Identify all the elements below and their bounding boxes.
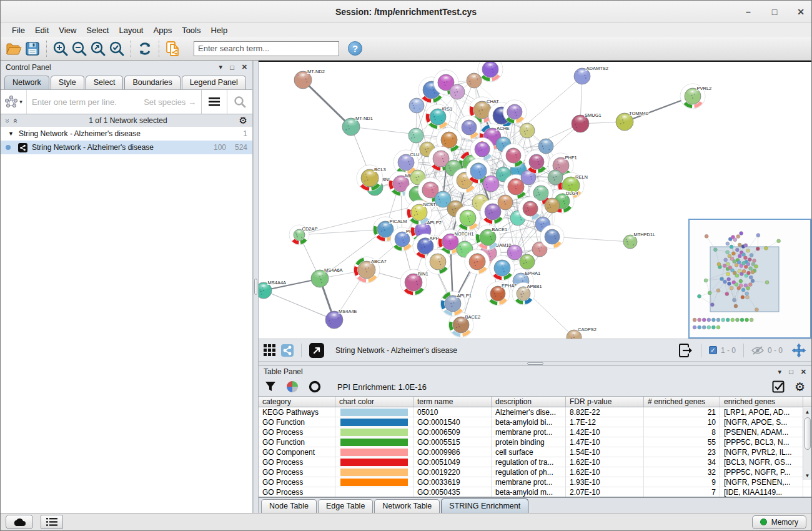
tab-legend-panel[interactable]: Legend Panel: [182, 76, 246, 89]
refresh-icon[interactable]: [136, 39, 154, 58]
network-node[interactable]: [507, 245, 522, 260]
table-row[interactable]: GO ComponentGO:0009986cell surface1.54E-…: [259, 447, 811, 457]
network-view[interactable]: MT-ND2MT-ND1VSNL1GAB2IRS1CHATBCHEACHEAPO…: [259, 61, 811, 339]
zoom-fit-icon[interactable]: [89, 39, 107, 58]
network-node[interactable]: [538, 139, 553, 154]
minimize-button[interactable]: –: [743, 7, 754, 17]
tab-edge-table[interactable]: Edge Table: [318, 499, 373, 513]
network-node[interactable]: [408, 128, 423, 143]
column-header-0[interactable]: category: [259, 397, 335, 407]
tab-boundaries[interactable]: Boundaries: [124, 76, 180, 89]
panel-float-icon[interactable]: □: [230, 64, 234, 71]
string-logo-icon[interactable]: ▾: [1, 90, 27, 114]
menu-help[interactable]: Help: [206, 24, 233, 36]
maximize-button[interactable]: □: [769, 7, 780, 17]
network-collection-row[interactable]: ▼ String Network - Alzheimer's disease 1: [1, 127, 252, 141]
network-node[interactable]: [409, 98, 424, 113]
tab-network-table[interactable]: Network Table: [374, 499, 440, 513]
share-view-icon[interactable]: [281, 344, 294, 357]
menu-view[interactable]: View: [54, 24, 81, 36]
export-network-icon[interactable]: [677, 343, 693, 358]
scroll-up-icon[interactable]: ▲: [805, 408, 810, 416]
column-header-4[interactable]: FDR p-value: [566, 397, 644, 407]
network-node-mthfd1l[interactable]: MTHFD1L: [623, 232, 655, 249]
network-node[interactable]: [545, 198, 560, 213]
close-button[interactable]: ✕: [795, 7, 806, 17]
species-hint[interactable]: Set species →: [144, 97, 196, 107]
network-node[interactable]: [518, 197, 542, 221]
string-options-icon[interactable]: [202, 90, 227, 114]
zoom-out-icon[interactable]: [70, 39, 89, 58]
column-header-1[interactable]: chart color: [335, 397, 413, 407]
column-header-5[interactable]: # enriched genes: [644, 397, 720, 407]
network-gear-icon[interactable]: ⚙: [239, 115, 247, 126]
string-term-input[interactable]: Enter one term per line. Set species →: [27, 97, 201, 107]
network-node-mt-nd2[interactable]: MT-ND2: [294, 69, 325, 89]
memory-button[interactable]: Memory: [752, 515, 806, 529]
network-node[interactable]: [490, 256, 515, 280]
open-in-new-icon[interactable]: [309, 343, 324, 358]
network-node-irs1[interactable]: IRS1: [425, 104, 452, 129]
network-node[interactable]: [503, 100, 527, 124]
network-node[interactable]: [450, 84, 465, 99]
pan-tool-icon[interactable]: [791, 343, 806, 358]
tab-node-table[interactable]: Node Table: [261, 499, 317, 513]
table-row[interactable]: GO ProcessGO:0006509membrane prot...1.42…: [259, 427, 811, 437]
task-list-button[interactable]: [41, 515, 63, 529]
filter-icon[interactable]: [265, 381, 276, 392]
table-row[interactable]: GO ProcessGO:0033619membrane prot...1.93…: [259, 477, 811, 487]
network-node-cadps2[interactable]: CADPS2: [567, 327, 597, 339]
panel-menu-icon[interactable]: ▾: [778, 368, 782, 376]
tab-string-enrichment[interactable]: STRING Enrichment: [441, 499, 528, 513]
network-node[interactable]: [540, 225, 564, 249]
ring-chart-icon[interactable]: [309, 380, 321, 393]
expand-all-icon[interactable]: »: [10, 118, 19, 122]
menu-apps[interactable]: Apps: [149, 24, 177, 36]
string-search-icon[interactable]: [227, 90, 252, 114]
tab-network[interactable]: Network: [4, 76, 49, 89]
table-scrollbar[interactable]: ▲ ▼: [803, 408, 811, 480]
menu-edit[interactable]: Edit: [30, 24, 54, 36]
select-rows-icon[interactable]: [772, 380, 785, 393]
network-node-smug1[interactable]: SMUG1: [572, 112, 602, 132]
column-header-2[interactable]: term name: [413, 397, 492, 407]
scroll-down-icon[interactable]: ▼: [805, 472, 810, 480]
network-node-adamts2[interactable]: ADAMTS2: [574, 66, 608, 84]
network-node-apbb1[interactable]: APBB1: [512, 282, 542, 305]
panel-close-icon[interactable]: ✕: [801, 368, 806, 376]
menu-select[interactable]: Select: [81, 24, 114, 36]
table-row[interactable]: GO FunctionGO:0001540beta-amyloid bi...1…: [259, 417, 811, 427]
panel-float-icon[interactable]: □: [789, 368, 793, 375]
tab-style[interactable]: Style: [51, 76, 84, 89]
table-row[interactable]: GO ProcessGO:0050435beta-amyloid m...2.0…: [259, 487, 811, 497]
network-node[interactable]: [425, 249, 450, 274]
network-node[interactable]: [465, 249, 490, 274]
table-row[interactable]: GO ProcessGO:0051049regulation of tra...…: [259, 457, 811, 467]
network-node-aplp1[interactable]: APLP1: [440, 291, 472, 316]
copy-network-icon[interactable]: [164, 39, 182, 58]
network-node[interactable]: [520, 123, 535, 138]
open-file-icon[interactable]: [4, 39, 23, 58]
tab-select[interactable]: Select: [86, 76, 124, 89]
table-row[interactable]: KEGG Pathways05010Alzheimer's dise...8.8…: [259, 407, 811, 417]
panel-menu-icon[interactable]: ▾: [219, 63, 223, 71]
network-node-tomm40[interactable]: TOMM40: [616, 111, 648, 131]
help-icon[interactable]: ?: [348, 41, 362, 56]
network-node[interactable]: [467, 73, 482, 88]
network-node-cd2ap[interactable]: CD2AP: [289, 225, 318, 245]
zoom-in-icon[interactable]: [51, 39, 70, 58]
network-node-ms4a4e[interactable]: MS4A4E: [325, 309, 357, 329]
panel-close-icon[interactable]: ✕: [242, 63, 247, 71]
column-header-3[interactable]: description: [492, 397, 566, 407]
network-node[interactable]: [548, 170, 563, 185]
network-node-mt-nd1[interactable]: MT-ND1: [342, 116, 373, 136]
settings-gear-icon[interactable]: ⚙: [795, 381, 805, 393]
chart-icon[interactable]: [286, 380, 299, 393]
grid-mode-icon[interactable]: [264, 344, 276, 357]
network-node[interactable]: [470, 137, 494, 161]
scrollbar-thumb[interactable]: [805, 417, 811, 450]
table-row[interactable]: GO FunctionGO:0005515protein binding1.47…: [259, 437, 811, 447]
table-panel-splitter[interactable]: [259, 361, 811, 366]
zoom-selected-icon[interactable]: [107, 39, 126, 58]
save-icon[interactable]: [23, 39, 42, 58]
